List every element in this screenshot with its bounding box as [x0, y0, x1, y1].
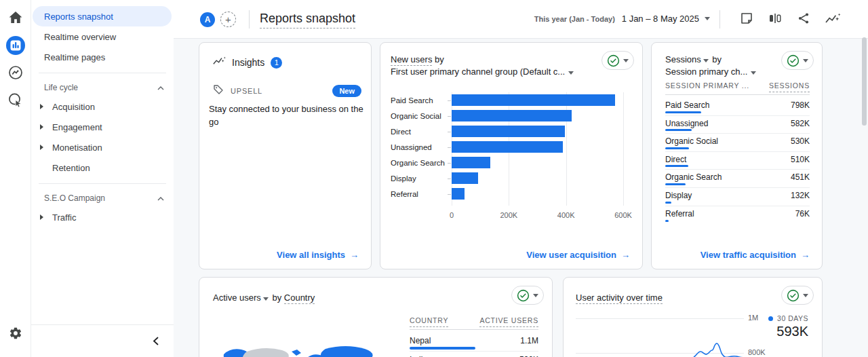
expand-arrow-icon[interactable]	[40, 214, 43, 220]
view-all-insights-link[interactable]: View all insights →	[277, 250, 359, 260]
upsell-row[interactable]: UPSELL New	[213, 84, 361, 98]
sidebar-item-realtime-pages[interactable]: Realtime pages	[31, 47, 174, 67]
left-nav-rail	[0, 0, 31, 357]
explore-icon[interactable]	[8, 65, 23, 80]
link-label: View all insights	[277, 250, 345, 260]
insights-icon[interactable]	[825, 13, 841, 24]
home-icon[interactable]	[8, 11, 22, 24]
dimension-selector[interactable]: Country	[284, 293, 315, 304]
data-quality-dropdown[interactable]	[601, 51, 634, 70]
column-header[interactable]: ACTIVE USERS	[479, 316, 538, 327]
bar[interactable]	[452, 126, 565, 137]
bar[interactable]	[452, 157, 490, 168]
chevron-up-icon	[157, 83, 164, 92]
column-header[interactable]: SESSIONS	[769, 81, 810, 92]
header-actions	[740, 12, 841, 25]
gridline	[576, 318, 744, 319]
bar[interactable]	[452, 188, 465, 200]
add-note-icon[interactable]	[740, 12, 753, 25]
app-root: Reports snapshot Realtime overview Realt…	[0, 0, 868, 357]
bar[interactable]	[452, 141, 563, 153]
data-quality-dropdown[interactable]	[511, 286, 544, 305]
title-by: by	[270, 293, 284, 303]
sidebar-item-monetisation[interactable]: Monetisation	[31, 137, 174, 157]
row-name: Unassigned	[665, 119, 708, 128]
bar-row: Organic Search	[452, 155, 623, 170]
column-header[interactable]: SESSION PRIMARY ...	[665, 81, 749, 92]
table-row[interactable]: Organic Social530K	[665, 134, 810, 152]
collapse-sidebar-icon[interactable]	[150, 333, 161, 351]
row-mini-bar	[665, 129, 692, 131]
new-users-rows: Paid SearchOrganic SocialDirectUnassigne…	[452, 92, 623, 202]
legend-dot-icon	[768, 316, 773, 321]
compare-icon[interactable]	[768, 12, 782, 25]
expand-arrow-icon[interactable]	[40, 124, 43, 130]
dimension-selector[interactable]: First user primary channel group (Defaul…	[391, 67, 565, 77]
table-row[interactable]: Nepal1.1M	[410, 333, 538, 352]
series-legend[interactable]: 30 DAYS	[768, 314, 808, 322]
row-value: 510K	[791, 155, 810, 164]
title-by: by	[432, 54, 443, 64]
data-quality-dropdown[interactable]	[781, 51, 814, 70]
sidebar-item-reports-snapshot[interactable]: Reports snapshot	[33, 6, 172, 26]
advertising-icon[interactable]	[7, 92, 23, 108]
bar-label: Referral	[391, 190, 448, 198]
dimension-selector[interactable]: Session primary ch...	[665, 67, 747, 77]
bar-row: Display	[452, 170, 623, 186]
bar[interactable]	[452, 172, 478, 184]
sidebar-item-retention[interactable]: Retention	[31, 157, 174, 178]
y-axis-label: 1M	[748, 314, 758, 322]
view-user-acquisition-link[interactable]: View user acquisition →	[526, 250, 630, 260]
data-quality-dropdown[interactable]	[781, 286, 814, 305]
table-row[interactable]: Direct510K	[665, 152, 810, 170]
sidebar-section-seo-campaign[interactable]: S.E.O Campaign	[31, 189, 174, 207]
share-icon[interactable]	[797, 12, 810, 25]
account-avatar[interactable]: A	[200, 12, 215, 27]
sidebar-item-engagement[interactable]: Engagement	[31, 117, 174, 137]
active-users-card: Active users by Country CO	[199, 277, 553, 357]
table-row[interactable]: Display132K	[665, 188, 810, 206]
metric-selector[interactable]: Active users	[213, 293, 261, 303]
table-row[interactable]: Organic Search451K	[665, 170, 810, 188]
arrow-right-icon: →	[350, 250, 359, 260]
bar[interactable]	[452, 94, 615, 106]
bar[interactable]	[452, 110, 572, 121]
check-circle-icon	[787, 289, 800, 302]
metric-selector[interactable]: New users	[391, 54, 432, 66]
reports-icon[interactable]	[5, 35, 26, 56]
view-traffic-acquisition-link[interactable]: View traffic acquisition →	[701, 250, 810, 260]
sidebar-section-life-cycle[interactable]: Life cycle	[31, 79, 174, 96]
check-circle-icon	[517, 289, 530, 302]
scrollbar-thumb[interactable]	[862, 37, 867, 126]
sessions-table-body: Paid Search798KUnassigned582KOrganic Soc…	[665, 98, 810, 224]
sidebar-divider	[39, 183, 166, 184]
section-label: S.E.O Campaign	[44, 193, 105, 203]
sidebar-item-realtime-overview[interactable]: Realtime overview	[31, 26, 174, 47]
column-header[interactable]: COUNTRY	[410, 316, 448, 327]
expand-arrow-icon[interactable]	[40, 104, 43, 109]
table-row[interactable]: India596K	[410, 352, 538, 357]
sidebar-item-acquisition[interactable]: Acquisition	[31, 96, 174, 117]
card-title-label[interactable]: User activity over time	[576, 293, 663, 304]
sidebar-item-traffic[interactable]: Traffic	[31, 207, 174, 227]
chevron-down-icon	[703, 59, 709, 62]
table-row[interactable]: Paid Search798K	[665, 98, 810, 116]
table-row[interactable]: Referral76K	[665, 206, 810, 225]
row-mini-bar	[665, 183, 686, 185]
bar-label: Direct	[391, 128, 448, 136]
date-range-picker[interactable]: This year (Jan - Today) 1 Jan – 8 May 20…	[534, 14, 710, 24]
row-mini-bar	[665, 147, 689, 149]
table-row[interactable]: Unassigned582K	[665, 116, 810, 134]
new-badge: New	[332, 85, 361, 97]
legend-label: 30 DAYS	[777, 314, 808, 322]
settings-icon[interactable]	[9, 326, 22, 340]
link-label: View user acquisition	[526, 250, 616, 260]
metric-selector[interactable]: Sessions	[665, 54, 701, 64]
add-comparison-button[interactable]: +	[220, 12, 236, 27]
expand-arrow-icon[interactable]	[40, 145, 43, 150]
bar-label: Paid Search	[391, 96, 448, 105]
insight-message[interactable]: Stay connected to your business on the g…	[209, 102, 363, 128]
sidebar-item-label: Monetisation	[52, 143, 102, 153]
sidebar: Reports snapshot Realtime overview Realt…	[31, 0, 174, 357]
page-title[interactable]: Reports snapshot	[260, 12, 355, 29]
